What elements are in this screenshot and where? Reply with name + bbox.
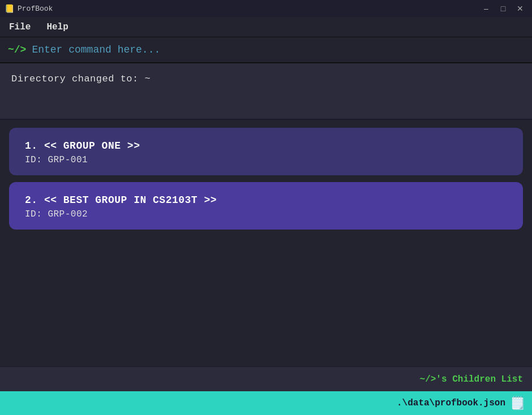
output-text: Directory changed to: ~ — [11, 74, 151, 84]
minimize-button[interactable]: – — [479, 3, 494, 14]
status-bar: .\data\profbook.json 🗒️ — [0, 391, 532, 415]
title-bar-left: 📒 ProfBook — [5, 4, 53, 14]
footer: ~/>'s Children List — [0, 366, 532, 391]
menu-file[interactable]: File — [8, 20, 32, 34]
menu-help[interactable]: Help — [45, 20, 69, 34]
close-button[interactable]: ✕ — [513, 3, 527, 14]
title-bar: 📒 ProfBook – □ ✕ — [0, 0, 532, 17]
group-1-name: 1. << GROUP ONE >> — [25, 140, 507, 152]
output-area: Directory changed to: ~ — [0, 63, 532, 120]
status-file: .\data\profbook.json — [397, 398, 505, 408]
group-2-name: 2. << BEST GROUP IN CS2103T >> — [25, 194, 507, 206]
group-card-2[interactable]: 2. << BEST GROUP IN CS2103T >> ID: GRP-0… — [9, 182, 523, 230]
app-icon: 📒 — [5, 4, 14, 14]
command-prompt: ~/> — [8, 44, 26, 55]
footer-label: ~/>'s Children List — [420, 374, 523, 384]
group-card-1[interactable]: 1. << GROUP ONE >> ID: GRP-001 — [9, 128, 523, 175]
group-1-id: ID: GRP-001 — [25, 155, 507, 165]
title-bar-controls: – □ ✕ — [479, 3, 527, 14]
command-bar: ~/> — [0, 37, 532, 63]
groups-area: 1. << GROUP ONE >> ID: GRP-001 2. << BES… — [0, 120, 532, 366]
group-2-id: ID: GRP-002 — [25, 209, 507, 219]
status-icon: 🗒️ — [510, 396, 525, 411]
menu-bar: File Help — [0, 17, 532, 37]
app-title: ProfBook — [18, 5, 53, 13]
maximize-button[interactable]: □ — [496, 3, 510, 14]
command-input[interactable] — [32, 44, 524, 55]
